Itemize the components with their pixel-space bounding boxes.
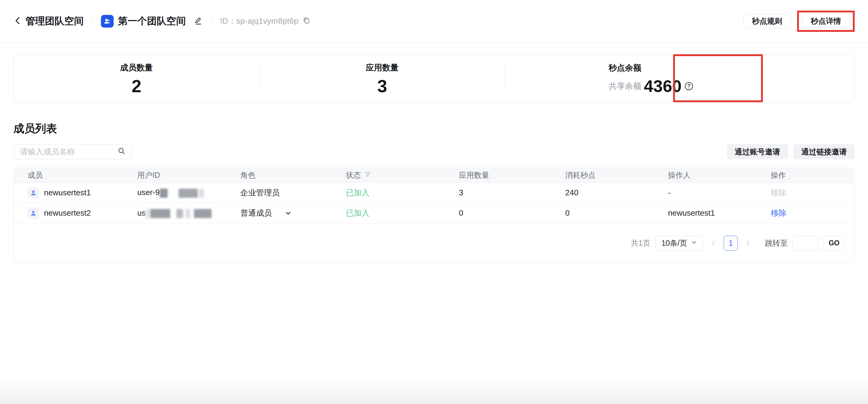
points-detail-button[interactable]: 秒点详情 <box>802 14 850 29</box>
annotation-box-detail-button: 秒点详情 <box>797 10 855 32</box>
remove-member-button: 移除 <box>771 188 786 197</box>
col-action: 操作 <box>757 168 855 182</box>
points-consumed: 0 <box>565 208 569 218</box>
member-name: newusertest2 <box>44 208 91 218</box>
member-search-input[interactable] <box>20 147 117 156</box>
space-id-label: ID： <box>220 16 237 26</box>
redacted-id-segment <box>185 209 190 218</box>
search-icon[interactable] <box>117 147 126 156</box>
stats-card: 成员数量 2 应用数量 3 秒点余额 共享余额 4360 <box>13 54 855 103</box>
member-role: 普通成员 <box>240 208 272 219</box>
page-title: 管理团队空间 <box>26 15 84 28</box>
divider <box>211 17 212 26</box>
team-space-icon <box>101 15 114 28</box>
stat-apps: 应用数量 3 <box>259 54 505 103</box>
bottom-shadow <box>0 377 868 404</box>
shared-balance-label: 共享余额 <box>609 81 641 92</box>
members-table: 成员 用户ID 角色 状态 应用数量 <box>13 168 855 223</box>
col-apps: 应用数量 <box>445 168 551 182</box>
operator-name: newusertest1 <box>668 208 715 218</box>
apps-count: 3 <box>459 188 463 197</box>
next-page-button[interactable] <box>744 240 752 247</box>
top-bar: 管理团队空间 第一个团队空间 ID： sp-ajq1vym8pt6p 秒点规则 <box>0 0 868 42</box>
space-id-value: sp-ajq1vym8pt6p <box>237 17 299 26</box>
user-id-text: user-9 <box>137 188 160 197</box>
col-status: 状态 <box>332 168 445 182</box>
col-member: 成员 <box>13 168 123 182</box>
member-role: 企业管理员 <box>240 187 280 198</box>
total-pages-label: 共1页 <box>631 238 650 248</box>
stat-members-value: 2 <box>131 77 141 95</box>
member-avatar <box>28 187 39 199</box>
member-search-box <box>13 144 131 159</box>
page-size-select[interactable]: 10条/页 <box>655 236 703 251</box>
points-consumed: 240 <box>565 188 578 197</box>
page-size-value: 10条/页 <box>661 238 687 248</box>
pencil-icon <box>194 16 203 26</box>
remove-member-button[interactable]: 移除 <box>771 208 786 218</box>
table-header-row: 成员 用户ID 角色 状态 应用数量 <box>13 168 855 182</box>
member-name: newusertest1 <box>44 188 91 198</box>
members-table-card: 成员 用户ID 角色 状态 应用数量 <box>13 168 855 263</box>
apps-count: 0 <box>459 208 463 218</box>
col-points: 消耗秒点 <box>551 168 654 182</box>
member-avatar <box>28 207 39 219</box>
redacted-id-segment <box>176 209 183 218</box>
chevron-down-icon <box>691 239 698 248</box>
role-chevron-down-icon[interactable] <box>285 209 292 217</box>
space-name: 第一个团队空间 <box>118 15 186 28</box>
points-rule-button[interactable]: 秒点规则 <box>743 14 791 29</box>
divider <box>92 17 92 26</box>
stat-members: 成员数量 2 <box>13 54 259 103</box>
invite-by-account-button[interactable]: 通过账号邀请 <box>727 144 788 159</box>
page-number-button[interactable]: 1 <box>724 236 738 251</box>
status-badge: 已加入 <box>346 188 369 197</box>
edit-space-name-button[interactable] <box>194 16 203 26</box>
back-button[interactable]: 管理团队空间 <box>13 15 84 28</box>
operator-name: - <box>668 188 671 197</box>
jump-to-input[interactable] <box>793 236 818 251</box>
col-user-id: 用户ID <box>123 168 226 182</box>
question-circle-icon[interactable] <box>684 81 694 91</box>
shared-balance-value: 4360 <box>644 78 682 95</box>
redacted-id-segment <box>179 189 198 198</box>
filter-funnel-icon[interactable] <box>364 171 371 180</box>
go-button[interactable]: GO <box>824 236 845 251</box>
table-row: newusertest2 us 普通成员 <box>13 203 855 223</box>
stat-balance: 秒点余额 共享余额 4360 <box>505 54 855 103</box>
redacted-id-segment <box>160 189 167 198</box>
members-toolbar: 通过账号邀请 通过链接邀请 <box>13 144 855 159</box>
redacted-id-segment <box>194 209 212 218</box>
redacted-id-segment <box>150 209 170 218</box>
prev-page-button[interactable] <box>710 240 717 247</box>
redacted-id-segment <box>199 189 204 198</box>
table-row: newusertest1 user-9 企业管理员 已加入 3 240 - 移除 <box>13 182 855 203</box>
pagination-bar: 共1页 10条/页 1 跳转至 GO <box>13 223 855 263</box>
invite-by-link-button[interactable]: 通过链接邀请 <box>794 144 855 159</box>
copy-icon <box>302 17 311 26</box>
col-operator: 操作人 <box>654 168 757 182</box>
chevron-left-icon <box>13 16 23 26</box>
jump-to-label: 跳转至 <box>765 238 788 248</box>
stat-balance-title: 秒点余额 <box>609 62 641 74</box>
stat-apps-value: 3 <box>377 77 387 95</box>
copy-id-button[interactable] <box>302 17 311 26</box>
redacted-id-segment <box>146 209 150 218</box>
status-badge: 已加入 <box>346 208 369 218</box>
members-section-title: 成员列表 <box>13 121 855 136</box>
stat-apps-title: 应用数量 <box>366 62 399 73</box>
stat-members-title: 成员数量 <box>120 62 153 73</box>
user-id-text: us <box>137 208 146 218</box>
col-role: 角色 <box>226 168 332 182</box>
